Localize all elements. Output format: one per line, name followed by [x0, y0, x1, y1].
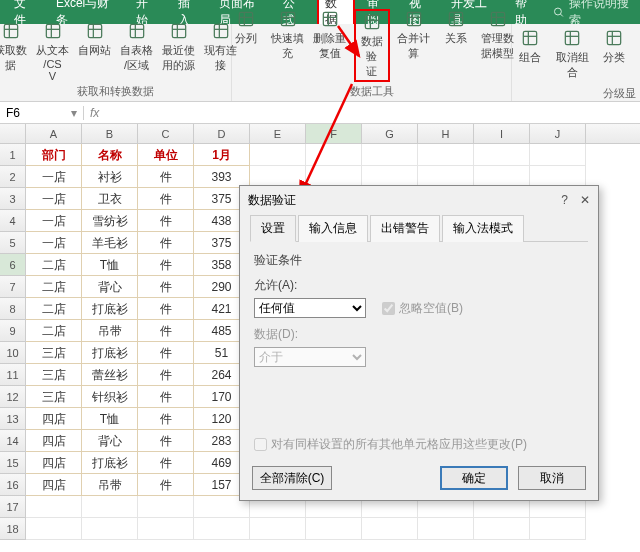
cell[interactable]: 三店	[26, 386, 82, 408]
cell[interactable]	[194, 518, 250, 540]
cell[interactable]	[474, 518, 530, 540]
cell[interactable]: 件	[138, 254, 194, 276]
cell[interactable]	[250, 144, 306, 166]
ribbon-btn-快速填充[interactable]: 快速填充	[270, 9, 306, 61]
cell[interactable]: 背心	[82, 430, 138, 452]
row-header[interactable]: 6	[0, 254, 26, 276]
dialog-tab-输入法模式[interactable]: 输入法模式	[442, 215, 524, 242]
ribbon-btn-分列[interactable]: 分列	[228, 9, 264, 46]
cell[interactable]: 三店	[26, 342, 82, 364]
row-header[interactable]: 2	[0, 166, 26, 188]
cell[interactable]	[26, 496, 82, 518]
cell[interactable]: 三店	[26, 364, 82, 386]
row-header[interactable]: 7	[0, 276, 26, 298]
cell[interactable]: 二店	[26, 298, 82, 320]
row-header[interactable]: 17	[0, 496, 26, 518]
col-header-G[interactable]: G	[362, 124, 418, 143]
row-header[interactable]: 4	[0, 210, 26, 232]
clear-all-button[interactable]: 全部清除(C)	[252, 466, 332, 490]
row-header[interactable]: 13	[0, 408, 26, 430]
ok-button[interactable]: 确定	[440, 466, 508, 490]
cell[interactable]	[138, 518, 194, 540]
cell[interactable]: 吊带	[82, 474, 138, 496]
cell[interactable]	[306, 144, 362, 166]
cell[interactable]	[26, 518, 82, 540]
row-header[interactable]: 10	[0, 342, 26, 364]
cell[interactable]	[82, 518, 138, 540]
ribbon-btn-分类[interactable]: 分类	[596, 28, 632, 65]
cell[interactable]: 一店	[26, 166, 82, 188]
row-header[interactable]: 8	[0, 298, 26, 320]
cell[interactable]	[250, 518, 306, 540]
cell[interactable]: 件	[138, 166, 194, 188]
cell[interactable]	[306, 518, 362, 540]
cancel-button[interactable]: 取消	[518, 466, 586, 490]
cell[interactable]: T恤	[82, 408, 138, 430]
cell[interactable]	[362, 518, 418, 540]
cell[interactable]	[82, 496, 138, 518]
cell[interactable]	[530, 518, 586, 540]
cell[interactable]	[138, 496, 194, 518]
ribbon-btn-从文本/CSV[interactable]: 从文本/CSV	[35, 21, 71, 82]
row-header[interactable]: 15	[0, 452, 26, 474]
cell[interactable]: 件	[138, 364, 194, 386]
cell[interactable]: 一店	[26, 188, 82, 210]
cell[interactable]: 二店	[26, 254, 82, 276]
cell[interactable]: 四店	[26, 474, 82, 496]
col-header-B[interactable]: B	[82, 124, 138, 143]
cell[interactable]: 打底衫	[82, 298, 138, 320]
ribbon-btn-最近使用的源[interactable]: 最近使用的源	[161, 21, 197, 73]
row-header[interactable]: 1	[0, 144, 26, 166]
cell[interactable]: 针织衫	[82, 386, 138, 408]
close-icon[interactable]: ✕	[580, 193, 590, 207]
col-header-J[interactable]: J	[530, 124, 586, 143]
cell[interactable]	[530, 144, 586, 166]
dialog-tab-设置[interactable]: 设置	[250, 215, 296, 242]
name-box[interactable]: F6▾	[0, 106, 84, 120]
cell[interactable]: 背心	[82, 276, 138, 298]
cell[interactable]: 打底衫	[82, 342, 138, 364]
ribbon-btn-取消组合[interactable]: 取消组合	[554, 28, 590, 80]
row-header[interactable]: 11	[0, 364, 26, 386]
row-header[interactable]: 9	[0, 320, 26, 342]
cell[interactable]: 件	[138, 408, 194, 430]
cell[interactable]: 1月	[194, 144, 250, 166]
cell[interactable]: 一店	[26, 210, 82, 232]
dialog-tab-出错警告[interactable]: 出错警告	[370, 215, 440, 242]
cell[interactable]: 衬衫	[82, 166, 138, 188]
row-header[interactable]: 12	[0, 386, 26, 408]
cell[interactable]: 单位	[138, 144, 194, 166]
cell[interactable]: 羊毛衫	[82, 232, 138, 254]
cell[interactable]: 件	[138, 386, 194, 408]
cell[interactable]: 四店	[26, 430, 82, 452]
cell[interactable]: 四店	[26, 408, 82, 430]
select-all-corner[interactable]	[0, 124, 26, 143]
cell[interactable]: 二店	[26, 276, 82, 298]
cell[interactable]: 件	[138, 474, 194, 496]
cell[interactable]: 件	[138, 320, 194, 342]
fx-icon[interactable]: fx	[84, 106, 105, 120]
col-header-C[interactable]: C	[138, 124, 194, 143]
cell[interactable]: 件	[138, 188, 194, 210]
row-header[interactable]: 5	[0, 232, 26, 254]
cell[interactable]	[418, 144, 474, 166]
col-header-H[interactable]: H	[418, 124, 474, 143]
ribbon-btn-关系[interactable]: 关系	[438, 9, 474, 46]
ribbon-btn-组合[interactable]: 组合	[512, 28, 548, 65]
col-header-A[interactable]: A	[26, 124, 82, 143]
cell[interactable]: 雪纺衫	[82, 210, 138, 232]
cell[interactable]: 件	[138, 430, 194, 452]
cell[interactable]: 名称	[82, 144, 138, 166]
cell[interactable]	[474, 144, 530, 166]
cell[interactable]: 吊带	[82, 320, 138, 342]
cell[interactable]: 件	[138, 342, 194, 364]
ignore-blank-checkbox[interactable]: 忽略空值(B)	[382, 300, 463, 317]
cell[interactable]: T恤	[82, 254, 138, 276]
row-header[interactable]: 18	[0, 518, 26, 540]
ribbon-btn-获取数据[interactable]: 获取数据	[0, 21, 29, 73]
cell[interactable]: 一店	[26, 232, 82, 254]
col-header-D[interactable]: D	[194, 124, 250, 143]
help-icon[interactable]: ?	[561, 193, 568, 207]
cell[interactable]	[362, 144, 418, 166]
cell[interactable]: 件	[138, 210, 194, 232]
